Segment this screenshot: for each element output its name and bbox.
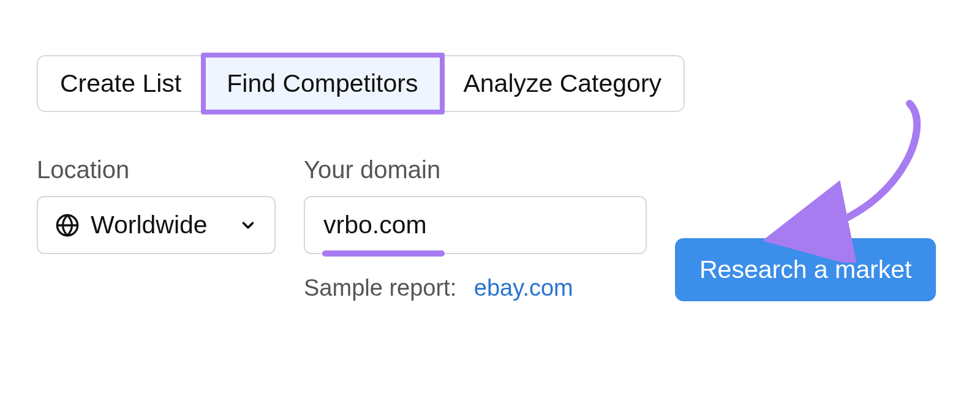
tab-label: Create List: [60, 69, 181, 97]
mode-tabs: Create List Find Competitors Analyze Cat…: [37, 55, 685, 112]
globe-icon: [55, 213, 80, 238]
location-value: Worldwide: [91, 211, 208, 239]
location-label: Location: [37, 156, 276, 184]
research-market-button[interactable]: Research a market: [675, 238, 936, 301]
tab-label: Analyze Category: [463, 69, 662, 97]
tab-find-competitors[interactable]: Find Competitors: [205, 56, 441, 111]
domain-field-group: Your domain Sample report: ebay.com: [304, 156, 647, 301]
tab-analyze-category[interactable]: Analyze Category: [441, 56, 684, 111]
tab-label: Find Competitors: [227, 69, 418, 97]
domain-label: Your domain: [304, 156, 647, 184]
button-label: Research a market: [699, 255, 911, 283]
sample-report-line: Sample report: ebay.com: [304, 275, 647, 301]
sample-report-link[interactable]: ebay.com: [474, 275, 573, 301]
sample-report-label: Sample report:: [304, 275, 456, 301]
tab-create-list[interactable]: Create List: [38, 56, 205, 111]
domain-input[interactable]: [304, 196, 647, 254]
location-field-group: Location Worldwide: [37, 156, 276, 254]
research-form: Location Worldwide Your domain Sample re…: [37, 156, 943, 301]
chevron-down-icon: [239, 216, 257, 235]
location-select[interactable]: Worldwide: [37, 196, 276, 254]
